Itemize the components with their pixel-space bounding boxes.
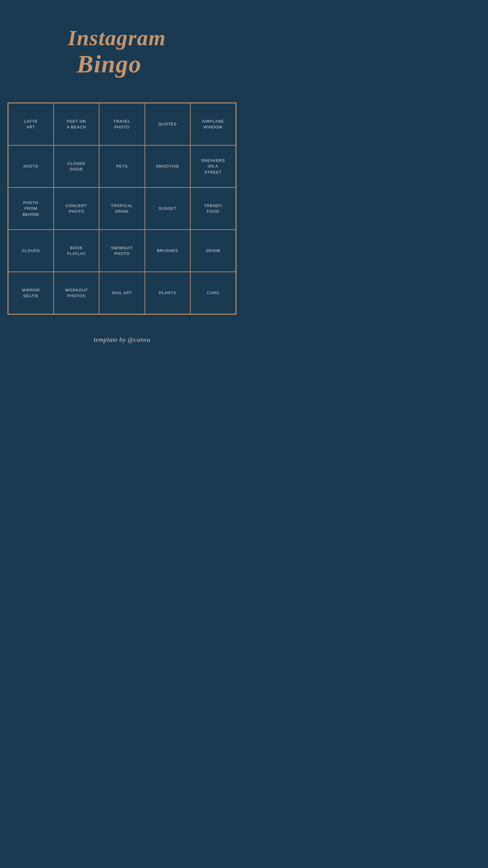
bingo-cell-label: CLOSEDDOOR bbox=[67, 161, 86, 173]
title-svg: Instagram Bingo bbox=[59, 18, 185, 84]
bingo-cell-label: BRUSHES bbox=[157, 248, 178, 254]
svg-text:Instagram: Instagram bbox=[67, 26, 166, 50]
bingo-cell-label: SUNSET bbox=[159, 206, 176, 212]
bingo-cell-label: PHOTOFROMBEHIND bbox=[23, 200, 39, 218]
bingo-cell: NAIL ART bbox=[99, 272, 144, 314]
bingo-cell: LATTEART bbox=[8, 103, 54, 145]
bingo-cell: TRAVELPHOTO bbox=[99, 103, 144, 145]
footer-text: template by @canva bbox=[94, 336, 150, 344]
bingo-cell: #OOTD bbox=[8, 145, 54, 187]
bingo-cell: SUNSET bbox=[145, 187, 190, 230]
bingo-cell: QUOTES bbox=[145, 103, 190, 145]
bingo-cell-label: #OOTD bbox=[24, 163, 38, 169]
bingo-cell-label: DENIM bbox=[206, 248, 220, 254]
bingo-cell: FEET ONA BEACH bbox=[54, 103, 99, 145]
bingo-grid-container: LATTEARTFEET ONA BEACHTRAVELPHOTOQUOTESA… bbox=[7, 102, 236, 315]
bingo-cell: CONCERTPHOTO bbox=[54, 187, 99, 230]
bingo-cell-label: BOOKFLATLAY bbox=[67, 245, 86, 257]
bingo-cell: PHOTOFROMBEHIND bbox=[8, 187, 54, 230]
bingo-cell-label: FEET ONA BEACH bbox=[67, 119, 86, 130]
bingo-cell: DENIM bbox=[190, 230, 236, 272]
bingo-cell-label: AIRPLANEWINDOW bbox=[202, 119, 224, 130]
bingo-cell: SNEAKERSON ASTREET bbox=[190, 145, 236, 187]
bingo-cell: SWIMSUITPHOTO bbox=[99, 230, 144, 272]
bingo-cell: SMOOTHIE bbox=[145, 145, 190, 187]
bingo-cell-label: NAIL ART bbox=[112, 290, 132, 296]
bingo-cell-label: CONCERTPHOTO bbox=[66, 203, 87, 215]
bingo-cell-label: SNEAKERSON ASTREET bbox=[201, 158, 225, 176]
bingo-cell: TRENDYFOOD bbox=[190, 187, 236, 230]
svg-text:Bingo: Bingo bbox=[76, 50, 141, 78]
bingo-cell-label: LATTEART bbox=[24, 119, 38, 130]
bingo-cell-label: PLANTS bbox=[159, 290, 176, 296]
bingo-cell: BRUSHES bbox=[145, 230, 190, 272]
header: Instagram Bingo bbox=[0, 0, 244, 96]
bingo-cell-label: QUOTES bbox=[158, 121, 177, 127]
bingo-cell: TROPICALDRINK bbox=[99, 187, 144, 230]
bingo-cell-label: SMOOTHIE bbox=[156, 163, 179, 169]
bingo-cell: CLOSEDDOOR bbox=[54, 145, 99, 187]
bingo-cell: PLANTS bbox=[145, 272, 190, 314]
bingo-cell-label: TROPICALDRINK bbox=[111, 203, 133, 215]
bingo-cell-label: CLOUDS bbox=[22, 248, 40, 254]
bingo-cell-label: MIRRORSELFIE bbox=[22, 287, 40, 299]
bingo-cell-label: SWIMSUITPHOTO bbox=[111, 245, 133, 257]
bingo-grid: LATTEARTFEET ONA BEACHTRAVELPHOTOQUOTESA… bbox=[7, 102, 236, 315]
bingo-cell: CARS bbox=[190, 272, 236, 314]
bingo-cell-label: PETS bbox=[116, 163, 128, 169]
bingo-cell: PETS bbox=[99, 145, 144, 187]
bingo-cell-label: WORKOUTPHOTOS bbox=[65, 287, 88, 299]
bingo-cell: BOOKFLATLAY bbox=[54, 230, 99, 272]
bingo-cell-label: CARS bbox=[207, 290, 219, 296]
bingo-cell-label: TRENDYFOOD bbox=[204, 203, 222, 215]
bingo-cell: AIRPLANEWINDOW bbox=[190, 103, 236, 145]
bingo-cell: MIRRORSELFIE bbox=[8, 272, 54, 314]
bingo-cell-label: TRAVELPHOTO bbox=[113, 119, 130, 130]
bingo-cell: WORKOUTPHOTOS bbox=[54, 272, 99, 314]
bingo-cell: CLOUDS bbox=[8, 230, 54, 272]
footer: template by @canva bbox=[0, 327, 244, 362]
